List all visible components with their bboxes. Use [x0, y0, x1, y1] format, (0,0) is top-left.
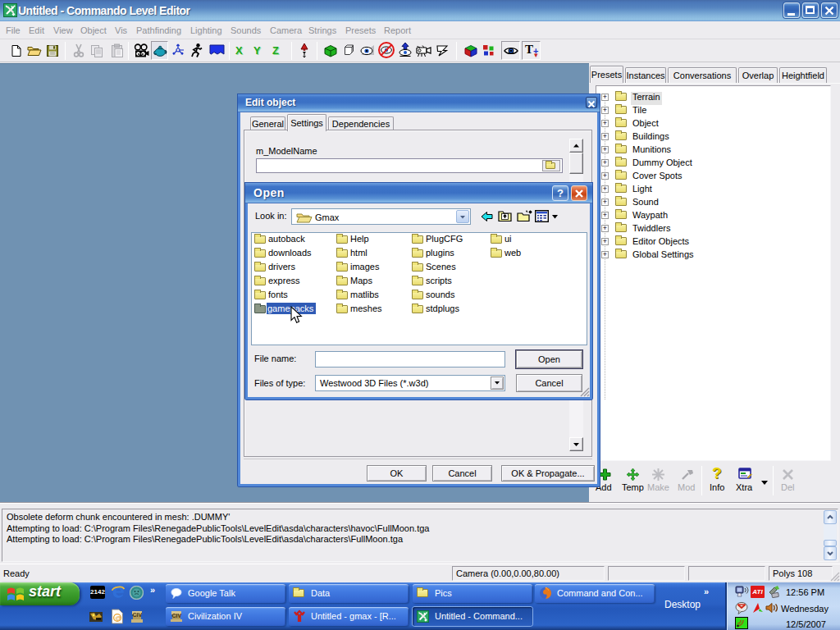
svg-text:@: @ — [115, 614, 121, 622]
svg-text:CIV: CIV — [171, 613, 181, 619]
svg-text:CIV: CIV — [132, 612, 142, 618]
